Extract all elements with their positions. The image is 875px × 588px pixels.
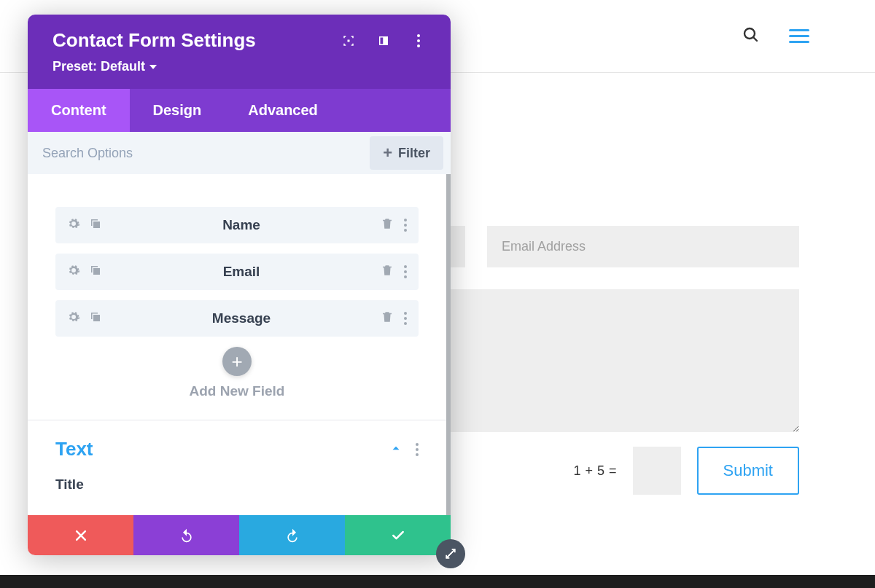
gear-icon[interactable] [67,264,80,280]
panel-body[interactable]: Name Email [28,174,451,515]
field-label: Message [111,310,372,326]
tab-content[interactable]: Content [28,89,130,132]
tab-design[interactable]: Design [130,89,225,132]
preset-dropdown[interactable]: Preset: Default [52,59,426,83]
snap-icon[interactable] [341,34,356,48]
captcha-b: 5 [597,463,604,479]
add-field-label: Add New Field [55,383,419,399]
caret-down-icon [149,65,157,69]
collapse-icon[interactable] [389,442,402,458]
hamburger-menu-icon[interactable] [789,29,809,43]
panel-title: Contact Form Settings [52,29,256,52]
section-more-icon[interactable] [416,443,419,456]
text-section: Text Title [28,420,446,500]
field-label: Name [111,217,372,233]
captcha-eq: = [609,463,617,479]
add-new-field: + Add New Field [55,347,419,399]
captcha-op: + [585,463,593,479]
responsive-view-icon[interactable] [376,34,391,48]
search-options-input[interactable] [28,134,370,173]
resize-handle[interactable] [436,539,465,568]
duplicate-icon[interactable] [89,264,102,280]
field-item-message[interactable]: Message [55,300,419,337]
captcha-answer-input[interactable] [633,447,681,495]
preset-label: Preset: Default [52,59,145,74]
search-icon[interactable] [742,26,760,47]
text-section-heading[interactable]: Text [55,438,93,460]
tab-advanced[interactable]: Advanced [225,89,341,132]
captcha-a: 1 [573,463,580,479]
filter-button[interactable]: + Filter [370,136,443,170]
plus-icon: + [383,145,392,161]
undo-button[interactable] [133,515,239,555]
trash-icon[interactable] [381,217,394,233]
trash-icon[interactable] [381,264,394,280]
redo-button[interactable] [239,515,345,555]
fields-section: Name Email [28,174,446,420]
close-button[interactable] [28,515,133,555]
settings-tabs: Content Design Advanced [28,89,451,132]
header-more-icon[interactable] [411,34,426,48]
field-item-email[interactable]: Email [55,254,419,290]
email-input[interactable] [487,226,799,267]
trash-icon[interactable] [381,310,394,326]
filter-label: Filter [398,146,430,161]
field-item-name[interactable]: Name [55,207,419,243]
title-field-label: Title [55,477,419,493]
settings-panel: Contact Form Settings Preset: Default Co… [28,15,451,555]
svg-line-1 [753,37,757,41]
add-field-button[interactable]: + [222,347,252,376]
duplicate-icon[interactable] [89,217,102,233]
panel-footer [28,515,451,555]
field-more-icon[interactable] [404,265,407,278]
options-search-row: + Filter [28,132,451,174]
field-more-icon[interactable] [404,219,407,232]
save-button[interactable] [345,515,451,555]
bottom-bar [0,575,875,588]
captcha-question: 1 + 5 = [573,463,616,479]
gear-icon[interactable] [67,310,80,326]
field-label: Email [111,264,372,280]
panel-header[interactable]: Contact Form Settings Preset: Default [28,15,451,89]
duplicate-icon[interactable] [89,310,102,326]
gear-icon[interactable] [67,217,80,233]
submit-button[interactable]: Submit [697,447,799,495]
field-more-icon[interactable] [404,312,407,325]
